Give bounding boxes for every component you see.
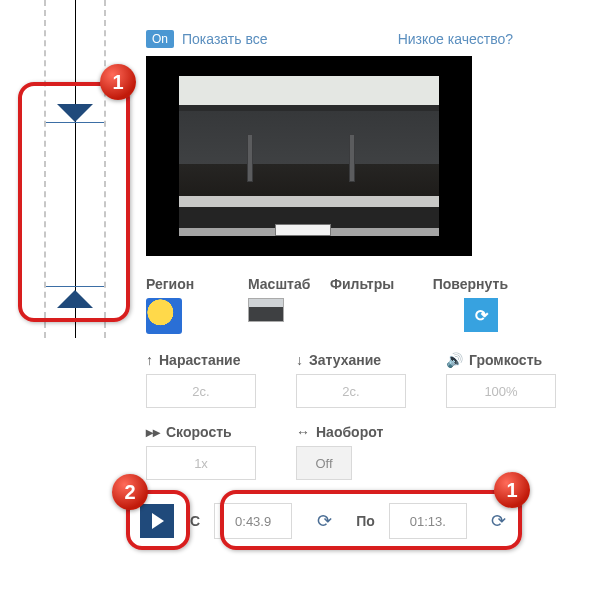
fast-forward-icon: ▸▸ — [146, 424, 160, 440]
label-from: С — [190, 513, 200, 529]
fadein-input[interactable]: 2с. — [146, 374, 256, 408]
show-all-link[interactable]: Показать все — [182, 31, 267, 47]
volume-input[interactable]: 100% — [446, 374, 556, 408]
waveform-column[interactable] — [36, 0, 114, 338]
refresh-from-button[interactable]: ⟳ — [306, 503, 342, 539]
low-quality-link[interactable]: Низкое качество? — [398, 31, 513, 47]
speed-input[interactable]: 1x — [146, 446, 256, 480]
arrow-up-icon: ↑ — [146, 352, 153, 368]
label-rotate: Повернуть — [432, 276, 508, 292]
label-to: По — [356, 513, 375, 529]
rotate-button[interactable]: ⟳ — [464, 298, 498, 332]
play-icon — [152, 513, 164, 529]
label-reverse: Наоборот — [316, 424, 383, 440]
scale-button[interactable] — [248, 298, 284, 322]
trim-handle-bottom-icon[interactable] — [57, 290, 93, 308]
video-thumbnail — [179, 76, 439, 236]
label-filters: Фильтры — [330, 276, 426, 292]
label-region: Регион — [146, 276, 242, 292]
arrow-down-icon: ↓ — [296, 352, 303, 368]
label-speed: Скорость — [166, 424, 232, 440]
volume-icon: 🔊 — [446, 352, 463, 368]
fadeout-input[interactable]: 2с. — [296, 374, 406, 408]
refresh-icon: ⟳ — [317, 510, 332, 532]
label-fadein: Нарастание — [159, 352, 241, 368]
trim-handle-top-icon[interactable] — [57, 104, 93, 122]
label-scale: Масштаб — [248, 276, 324, 292]
time-from-input[interactable]: 0:43.9 — [214, 503, 292, 539]
swap-icon: ↔ — [296, 424, 310, 440]
play-button[interactable] — [138, 502, 176, 540]
video-preview[interactable] — [146, 56, 472, 256]
refresh-to-button[interactable]: ⟳ — [481, 503, 517, 539]
region-button[interactable] — [146, 298, 182, 334]
rotate-icon: ⟳ — [475, 306, 488, 325]
label-volume: Громкость — [469, 352, 542, 368]
time-to-input[interactable]: 01:13. — [389, 503, 467, 539]
label-fadeout: Затухание — [309, 352, 381, 368]
reverse-toggle[interactable]: Off — [296, 446, 352, 480]
refresh-icon: ⟳ — [491, 510, 506, 532]
on-badge[interactable]: On — [146, 30, 174, 48]
